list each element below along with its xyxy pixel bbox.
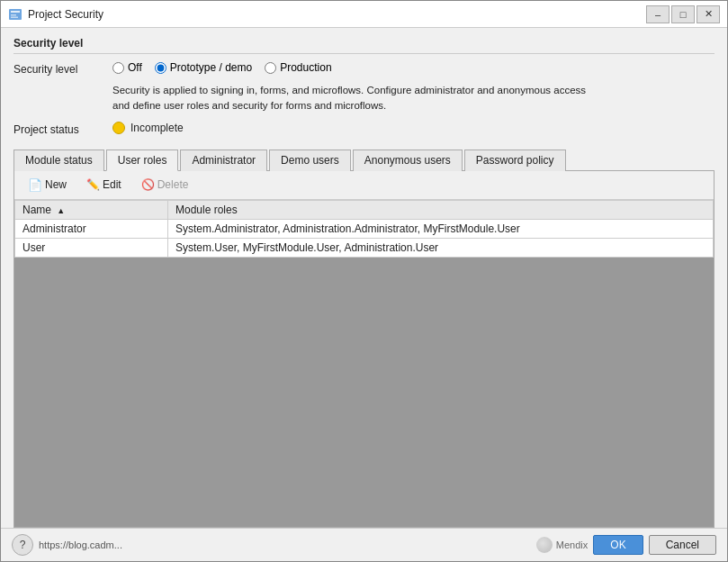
svg-rect-2 xyxy=(11,14,16,16)
tab-anonymous-users[interactable]: Anonymous users xyxy=(353,150,463,171)
description-spacer xyxy=(13,83,112,85)
radio-off[interactable]: Off xyxy=(112,61,142,74)
radio-prototype[interactable]: Prototype / demo xyxy=(155,61,252,74)
tab-administrator[interactable]: Administrator xyxy=(180,150,267,171)
minimize-button[interactable]: – xyxy=(646,5,670,23)
toolbar: 📄 New ✏️ Edit 🚫 Delete xyxy=(14,171,714,200)
project-security-window: Project Security – □ ✕ Security level Se… xyxy=(0,0,728,562)
new-button[interactable]: 📄 New xyxy=(20,176,75,195)
security-level-label: Security level xyxy=(13,61,112,76)
user-roles-table: Name ▲ Module roles Administrator xyxy=(14,200,714,258)
tab-password-policy[interactable]: Password policy xyxy=(464,150,566,171)
col-module-roles-header: Module roles xyxy=(168,200,714,219)
project-status-row: Project status Incomplete xyxy=(13,122,715,136)
project-status-content: Incomplete xyxy=(112,122,715,134)
row-name-cell: Administrator xyxy=(15,219,168,238)
radio-off-input[interactable] xyxy=(112,62,124,74)
description-text: Security is applied to signing in, forms… xyxy=(112,83,586,114)
table-wrapper: Name ▲ Module roles Administrator xyxy=(14,200,714,258)
section-label: Security level xyxy=(13,37,715,54)
tabs-bar: Module status User roles Administrator D… xyxy=(13,149,715,171)
security-level-row: Security level Off Prototype / demo Prod… xyxy=(13,61,715,76)
window-title: Project Security xyxy=(28,8,646,21)
tab-user-roles[interactable]: User roles xyxy=(106,150,179,171)
radio-prototype-label: Prototype / demo xyxy=(170,61,252,74)
radio-production[interactable]: Production xyxy=(265,61,331,74)
footer-url: https://blog.cadm... xyxy=(39,539,122,550)
description-content: Security is applied to signing in, forms… xyxy=(112,83,715,114)
status-value: Incomplete xyxy=(130,122,184,134)
help-button[interactable]: ? xyxy=(12,534,33,556)
table-body: Administrator System.Administrator, Admi… xyxy=(15,219,714,257)
svg-rect-1 xyxy=(11,11,20,13)
radio-production-input[interactable] xyxy=(265,62,276,74)
title-bar: Project Security – □ ✕ xyxy=(1,1,727,28)
row-name-cell: User xyxy=(15,238,168,257)
edit-icon: ✏️ xyxy=(86,178,100,191)
close-button[interactable]: ✕ xyxy=(697,5,720,23)
row-module-roles-cell: System.Administrator, Administration.Adm… xyxy=(168,219,714,238)
window-body: Security level Security level Off Protot… xyxy=(1,28,727,528)
footer-left: ? https://blog.cadm... xyxy=(12,534,122,556)
cancel-button[interactable]: Cancel xyxy=(649,535,716,555)
window-controls: – □ ✕ xyxy=(646,5,720,23)
table-row[interactable]: Administrator System.Administrator, Admi… xyxy=(15,219,714,238)
footer-right: Mendix OK Cancel xyxy=(536,535,716,555)
tab-module-status[interactable]: Module status xyxy=(13,150,104,171)
brand-label: Mendix xyxy=(536,537,588,553)
delete-button[interactable]: 🚫 Delete xyxy=(133,176,197,194)
status-dot xyxy=(112,122,125,134)
new-doc-icon: 📄 xyxy=(28,178,42,192)
table-header: Name ▲ Module roles xyxy=(15,200,714,219)
radio-off-label: Off xyxy=(128,61,142,74)
project-status-label: Project status xyxy=(13,122,112,136)
edit-button[interactable]: ✏️ Edit xyxy=(78,176,130,194)
tab-demo-users[interactable]: Demo users xyxy=(269,150,351,171)
sort-arrow-name: ▲ xyxy=(57,206,65,215)
col-name-header: Name ▲ xyxy=(15,200,168,219)
table-row[interactable]: User System.User, MyFirstModule.User, Ad… xyxy=(15,238,714,257)
description-row: Security is applied to signing in, forms… xyxy=(13,83,715,114)
maximize-button[interactable]: □ xyxy=(671,5,695,23)
table-empty-area xyxy=(14,258,714,528)
tab-content-user-roles: 📄 New ✏️ Edit 🚫 Delete xyxy=(13,171,715,529)
delete-icon: 🚫 xyxy=(141,178,155,191)
row-module-roles-cell: System.User, MyFirstModule.User, Adminis… xyxy=(168,238,714,257)
radio-prototype-input[interactable] xyxy=(155,62,166,74)
svg-rect-3 xyxy=(11,16,18,18)
radio-group: Off Prototype / demo Production xyxy=(112,61,332,74)
radio-production-label: Production xyxy=(280,61,331,74)
footer: ? https://blog.cadm... Mendix OK Cancel xyxy=(1,528,727,561)
ok-button[interactable]: OK xyxy=(593,535,643,555)
window-icon xyxy=(8,7,22,22)
security-level-options: Off Prototype / demo Production xyxy=(112,61,715,74)
brand-logo-icon xyxy=(536,537,553,553)
